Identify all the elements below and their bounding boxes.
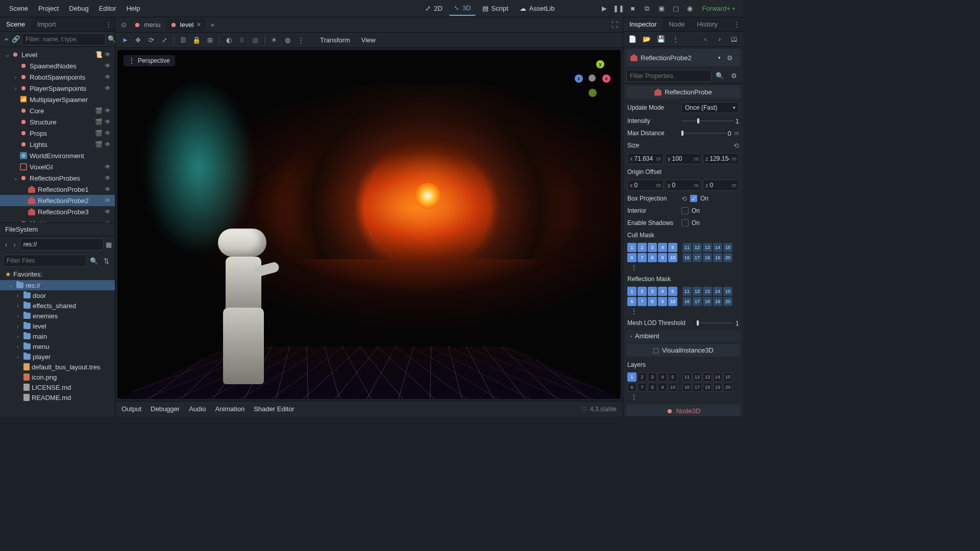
layer-20[interactable]: 20 bbox=[723, 297, 732, 306]
size-revert-icon[interactable]: ⟲ bbox=[733, 142, 739, 149]
layer-7[interactable]: 7 bbox=[638, 383, 647, 392]
fs-item-main[interactable]: ›main bbox=[0, 331, 115, 341]
layer-4[interactable]: 4 bbox=[658, 287, 667, 296]
fs-item-door[interactable]: ›door bbox=[0, 290, 115, 300]
close-tab-icon[interactable]: ✕ bbox=[197, 21, 201, 28]
maxdist-value[interactable]: 0 bbox=[728, 130, 731, 137]
add-node-button[interactable]: ＋ bbox=[3, 33, 10, 45]
layer-3[interactable]: 3 bbox=[648, 243, 657, 252]
tree-toggle-icon[interactable]: › bbox=[12, 220, 19, 223]
scene-tree[interactable]: ⌄Level📜👁SpawnedNodes👁›RobotSpawnpoints👁›… bbox=[0, 47, 115, 222]
layer-options-icon[interactable]: ⋮ bbox=[630, 307, 638, 315]
scene-icon[interactable]: 🎬 bbox=[94, 129, 103, 137]
layer-12[interactable]: 12 bbox=[693, 372, 702, 382]
fs-item-res---[interactable]: ⌄res:// bbox=[0, 280, 115, 290]
origin-x-input[interactable]: x0m bbox=[627, 180, 664, 191]
scene-search-icon[interactable]: 🔍 bbox=[108, 33, 116, 45]
history-back-icon[interactable]: ‹ bbox=[699, 33, 712, 45]
layer-12[interactable]: 12 bbox=[693, 243, 702, 252]
layer-8[interactable]: 8 bbox=[648, 253, 657, 262]
scene-node-reflectionprobe3[interactable]: ReflectionProbe3👁 bbox=[0, 206, 115, 217]
layer-2[interactable]: 2 bbox=[638, 243, 647, 252]
workspace-script[interactable]: ▤Script bbox=[477, 1, 513, 16]
viewport-gizmo[interactable]: y z x bbox=[575, 60, 610, 96]
fs-sort-icon[interactable]: ⇅ bbox=[102, 255, 112, 267]
layer-7[interactable]: 7 bbox=[638, 297, 647, 306]
layer-9[interactable]: 9 bbox=[658, 383, 667, 392]
scene-node-lights[interactable]: Lights🎬👁 bbox=[0, 139, 115, 150]
inspector-object-selector[interactable]: ReflectionProbe2▾⚙ bbox=[626, 49, 740, 66]
scene-node-core[interactable]: Core🎬👁 bbox=[0, 105, 115, 116]
animation-tab[interactable]: Animation bbox=[215, 405, 244, 413]
scale-tool-icon[interactable]: ⤢ bbox=[158, 34, 170, 46]
class-header-visualinstance[interactable]: ⬚VisualInstance3D bbox=[626, 344, 740, 357]
viewport-3d[interactable]: ⋮Perspective y z x bbox=[117, 50, 621, 399]
layer-1[interactable]: 1 bbox=[627, 372, 636, 382]
gizmo-y-axis[interactable]: y bbox=[596, 60, 604, 68]
fs-filter-input[interactable] bbox=[3, 255, 87, 267]
node-tab[interactable]: Node bbox=[663, 17, 691, 31]
refl-mask-grid[interactable]: 1234567891011121314151617181920⋮ bbox=[623, 285, 743, 317]
layer-options-icon[interactable]: ⋮ bbox=[630, 263, 638, 271]
scene-node-reflectionprobes[interactable]: ⌄ReflectionProbes👁 bbox=[0, 172, 115, 184]
filesystem-tree[interactable]: ⌄res://›door›effects_shared›enemies›leve… bbox=[0, 279, 115, 416]
layer-13[interactable]: 13 bbox=[703, 372, 712, 382]
class-header-reflectionprobe[interactable]: ReflectionProbe bbox=[626, 86, 740, 98]
resource-new-icon[interactable]: 📄 bbox=[626, 33, 639, 45]
menu-editor[interactable]: Editor bbox=[94, 2, 121, 15]
maxdist-slider[interactable] bbox=[681, 133, 726, 134]
add-scene-tab-button[interactable]: ＋ bbox=[206, 19, 218, 31]
layer-4[interactable]: 4 bbox=[658, 243, 667, 252]
interior-checkbox[interactable] bbox=[681, 207, 689, 214]
layer-18[interactable]: 18 bbox=[703, 383, 712, 392]
fs-search-icon[interactable]: 🔍 bbox=[89, 255, 100, 267]
layer-9[interactable]: 9 bbox=[658, 253, 667, 262]
perspective-badge[interactable]: ⋮Perspective bbox=[124, 55, 175, 66]
layer-16[interactable]: 16 bbox=[682, 383, 692, 392]
intensity-value[interactable]: 1 bbox=[736, 117, 739, 125]
layer-6[interactable]: 6 bbox=[627, 383, 636, 392]
vis-icon[interactable]: 👁 bbox=[104, 185, 112, 193]
vis-icon[interactable]: 👁 bbox=[104, 129, 112, 137]
layer-17[interactable]: 17 bbox=[693, 297, 702, 306]
resource-save-icon[interactable]: 💾 bbox=[655, 33, 667, 45]
play-project-button[interactable]: ▶ bbox=[598, 3, 610, 15]
layer-17[interactable]: 17 bbox=[693, 383, 702, 392]
layer-9[interactable]: 9 bbox=[658, 297, 667, 306]
move-tool-icon[interactable]: ✥ bbox=[132, 34, 144, 46]
boxproj-checkbox[interactable]: ✓ bbox=[690, 195, 697, 202]
origin-z-input[interactable]: z0m bbox=[703, 180, 739, 191]
inspector-search-icon[interactable]: 🔍 bbox=[714, 70, 726, 82]
layer-1[interactable]: 1 bbox=[627, 243, 636, 252]
ruler-icon[interactable]: ◐ bbox=[223, 34, 235, 46]
layer-16[interactable]: 16 bbox=[682, 297, 692, 306]
vis-icon[interactable]: 👁 bbox=[104, 208, 112, 216]
layer-2[interactable]: 2 bbox=[638, 287, 647, 296]
scene-node-level[interactable]: ⌄Level📜👁 bbox=[0, 49, 115, 60]
layer-19[interactable]: 19 bbox=[713, 253, 722, 262]
fs-item-icon-png[interactable]: icon.png bbox=[0, 372, 115, 382]
output-tab[interactable]: Output bbox=[121, 405, 141, 413]
tree-toggle-icon[interactable]: ⌄ bbox=[4, 52, 11, 58]
env-preview-icon[interactable]: ◍ bbox=[281, 34, 293, 46]
manage-props-icon[interactable]: ⚙ bbox=[724, 52, 736, 64]
vis-icon[interactable]: 👁 bbox=[104, 174, 112, 182]
scene-node-playerspawnpoints[interactable]: ›PlayerSpawnpoints👁 bbox=[0, 83, 115, 94]
vis-icon[interactable]: 👁 bbox=[104, 62, 112, 70]
heart-icon[interactable]: ♡ bbox=[581, 406, 587, 413]
tree-toggle-icon[interactable]: › bbox=[12, 74, 19, 80]
expand-viewport-icon[interactable]: ⛶ bbox=[608, 19, 621, 31]
scene-node-reflectionprobe1[interactable]: ReflectionProbe1👁 bbox=[0, 184, 115, 195]
scene-node-props[interactable]: Props🎬👁 bbox=[0, 128, 115, 139]
fs-item-license-md[interactable]: LICENSE.md bbox=[0, 382, 115, 392]
layer-3[interactable]: 3 bbox=[648, 287, 657, 296]
scene-node-robotspawnpoints[interactable]: ›RobotSpawnpoints👁 bbox=[0, 71, 115, 83]
workspace-2d[interactable]: ⤢2D bbox=[420, 1, 448, 16]
vis-icon[interactable]: 👁 bbox=[104, 163, 112, 171]
menu-scene[interactable]: Scene bbox=[4, 2, 33, 15]
lock-icon[interactable]: 🔒 bbox=[190, 34, 203, 46]
remote-debug-icon[interactable]: ⧉ bbox=[641, 3, 653, 15]
prop-update-mode-select[interactable]: Once (Fast)▾ bbox=[681, 102, 739, 113]
layer-20[interactable]: 20 bbox=[723, 383, 732, 392]
inspector-dock-options[interactable]: ⋮ bbox=[730, 20, 743, 28]
